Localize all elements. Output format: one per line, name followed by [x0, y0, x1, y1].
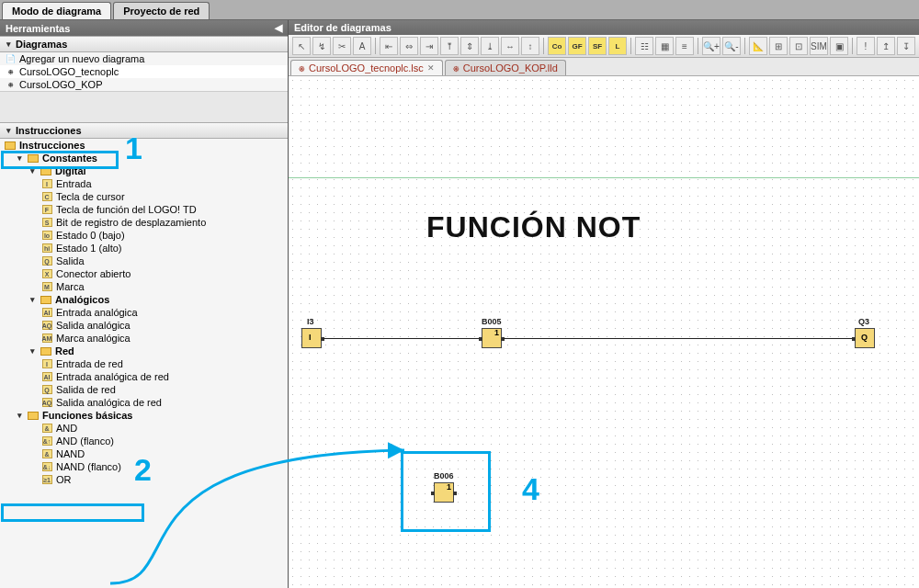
diagram-icon: ⎈ — [4, 66, 17, 77]
tree-analogicos[interactable]: ▾Analógicos — [0, 293, 288, 306]
tree-digital[interactable]: ▾Digital — [0, 164, 288, 177]
align-center-h[interactable]: ⇔ — [400, 37, 418, 55]
tool-btn[interactable]: ☷ — [635, 37, 653, 55]
sf-button[interactable]: SF — [588, 37, 607, 55]
distribute-h[interactable]: ↔ — [501, 37, 519, 55]
canvas-title: FUNCIÓN NOT — [426, 210, 641, 244]
gf-button[interactable]: GF — [568, 37, 586, 55]
pointer-tool[interactable]: ↖ — [292, 37, 311, 55]
tree-item[interactable]: &↓NAND (flanco) — [0, 460, 288, 473]
tree-item[interactable]: FTecla de función del LOGO! TD — [0, 203, 288, 216]
block-q3[interactable]: Q — [855, 328, 875, 348]
l-button[interactable]: L — [608, 37, 627, 55]
wire — [504, 338, 855, 339]
sim-button[interactable]: SIM — [810, 37, 828, 55]
tool-btn[interactable]: ⊞ — [769, 37, 788, 55]
tools-header: Herramientas ◀ — [0, 20, 288, 36]
diagrams-label: Diagramas — [16, 39, 67, 50]
tree-item[interactable]: AQSalida analógica — [0, 319, 288, 332]
diagram-item-kop[interactable]: ⎈ CursoLOGO_KOP — [0, 78, 288, 91]
diagram-icon: ⎈ — [299, 62, 305, 74]
right-panel: Editor de diagramas ↖ ↯ ✂ A ⇤ ⇔ ⇥ ⤒ ⇕ ⤓ … — [289, 20, 919, 588]
tree-item[interactable]: QSalida de red — [0, 383, 288, 396]
block-label-i3: I3 — [307, 317, 314, 326]
zoom-in[interactable]: 🔍+ — [702, 37, 720, 55]
tree-root-instrucciones[interactable]: Instrucciones — [0, 139, 288, 152]
tool-btn[interactable]: ▣ — [830, 37, 848, 55]
tool-btn[interactable]: 📐 — [749, 37, 767, 55]
editor-header: Editor de diagramas — [289, 20, 919, 35]
collapse-icon[interactable]: ◀ — [275, 22, 282, 34]
tree-item[interactable]: IEntrada de red — [0, 357, 288, 370]
wire — [323, 338, 482, 339]
tool-btn[interactable]: ▦ — [655, 37, 674, 55]
text-tool[interactable]: A — [353, 37, 371, 55]
diagram-icon: ⎈ — [453, 62, 460, 74]
doc-tab-tecnoplc[interactable]: ⎈ CursoLOGO_tecnoplc.lsc ✕ — [290, 60, 443, 75]
tree-item[interactable]: AIEntrada analógica — [0, 306, 288, 319]
block-label-b005: B005 — [482, 317, 502, 326]
tab-diagram-mode[interactable]: Modo de diagrama — [2, 2, 111, 19]
tree-item[interactable]: QSalida — [0, 254, 288, 267]
tree-item[interactable]: CTecla de cursor — [0, 190, 288, 203]
tab-net-project[interactable]: Proyecto de red — [113, 2, 210, 19]
tree-item[interactable]: loEstado 0 (bajo) — [0, 229, 288, 242]
tools-title: Herramientas — [6, 23, 70, 34]
tool-btn[interactable]: ≡ — [675, 37, 694, 55]
tree-item[interactable]: MMarca — [0, 280, 288, 293]
distribute-v[interactable]: ↕ — [521, 37, 539, 55]
tree-item[interactable]: &↑AND (flanco) — [0, 435, 288, 447]
diagram-canvas[interactable]: FUNCIÓN NOT I3 I B005 1 Q3 — [289, 76, 919, 588]
doc-tab-kop[interactable]: ⎈ CursoLOGO_KOP.lld — [445, 60, 566, 75]
instructions-section-header[interactable]: ▾ Instrucciones — [0, 122, 288, 139]
add-icon: 📄 — [4, 53, 17, 64]
tool-btn[interactable]: ! — [857, 37, 875, 55]
align-left[interactable]: ⇤ — [380, 37, 398, 55]
block-b005[interactable]: 1 — [482, 328, 502, 348]
tree-funciones-basicas[interactable]: ▾Funciones básicas — [0, 409, 288, 422]
instructions-label: Instrucciones — [16, 125, 82, 136]
block-b006[interactable]: 1 — [434, 482, 454, 503]
align-top[interactable]: ⤒ — [440, 37, 459, 55]
editor-toolbar: ↖ ↯ ✂ A ⇤ ⇔ ⇥ ⤒ ⇕ ⤓ ↔ ↕ Co GF SF L ☷ — [289, 35, 919, 58]
tree-item[interactable]: hiEstado 1 (alto) — [0, 242, 288, 254]
tool-btn[interactable]: ⊡ — [789, 37, 808, 55]
tree-item[interactable]: IEntrada — [0, 177, 288, 190]
co-button[interactable]: Co — [548, 37, 566, 55]
align-bottom[interactable]: ⤓ — [481, 37, 499, 55]
chevron-down-icon: ▾ — [4, 40, 13, 49]
tree-item[interactable]: ≥1OR — [0, 473, 288, 486]
chevron-down-icon: ▾ — [4, 126, 13, 135]
tree-item[interactable]: AMMarca analógica — [0, 332, 288, 345]
block-i3[interactable]: I — [301, 328, 322, 348]
block-label-q3: Q3 — [858, 317, 869, 326]
tree-item[interactable]: AIEntrada analógica de red — [0, 370, 288, 383]
zoom-out[interactable]: 🔍- — [722, 37, 741, 55]
tree-item[interactable]: SBit de registro de desplazamiento — [0, 216, 288, 229]
diagram-item-tecnoplc[interactable]: ⎈ CursoLOGO_tecnoplc — [0, 65, 288, 78]
tree-red[interactable]: ▾Red — [0, 345, 288, 357]
block-label-b006: B006 — [434, 471, 454, 481]
tree-item[interactable]: XConector abierto — [0, 267, 288, 280]
add-new-diagram[interactable]: 📄 Agregar un nuevo diagrama — [0, 52, 288, 65]
connect-tool[interactable]: ↯ — [312, 37, 331, 55]
diagrams-section-header[interactable]: ▾ Diagramas — [0, 36, 288, 52]
tool-btn[interactable]: ↧ — [897, 37, 915, 55]
tree-item[interactable]: &NAND — [0, 447, 288, 460]
mode-tabs: Modo de diagrama Proyecto de red — [0, 0, 919, 20]
tool-btn[interactable]: ↥ — [877, 37, 895, 55]
document-tabs: ⎈ CursoLOGO_tecnoplc.lsc ✕ ⎈ CursoLOGO_K… — [289, 58, 919, 76]
scissors-tool[interactable]: ✂ — [333, 37, 351, 55]
close-icon[interactable]: ✕ — [427, 63, 435, 73]
tree-item[interactable]: &AND — [0, 422, 288, 435]
diagram-icon: ⎈ — [4, 79, 17, 90]
left-panel: Herramientas ◀ ▾ Diagramas 📄 Agregar un … — [0, 20, 289, 588]
align-right[interactable]: ⇥ — [420, 37, 438, 55]
tree-constantes[interactable]: ▾Constantes — [0, 152, 288, 164]
align-middle[interactable]: ⇕ — [460, 37, 479, 55]
tree-item[interactable]: AQSalida analógica de red — [0, 396, 288, 409]
